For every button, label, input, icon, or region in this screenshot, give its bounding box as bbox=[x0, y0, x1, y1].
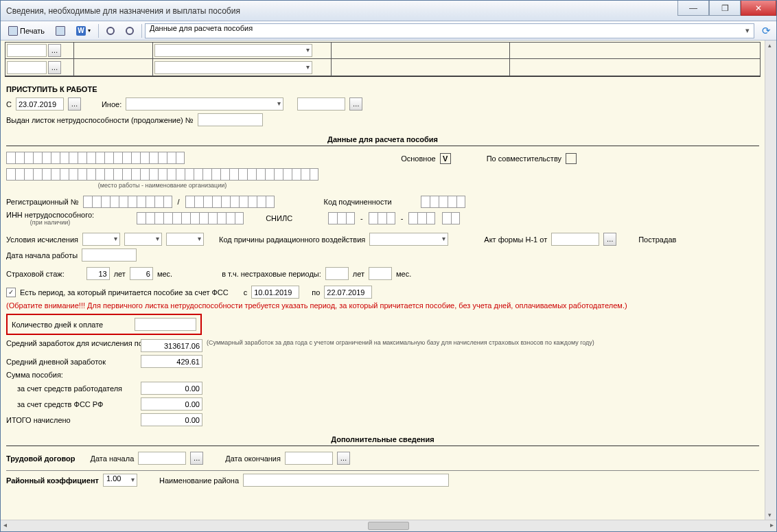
window-title: Сведения, необходимые для назначения и в… bbox=[6, 6, 677, 16]
conditions-label: Условия исчисления bbox=[6, 235, 78, 244]
condition-combo-2[interactable] bbox=[124, 233, 162, 246]
days-to-pay-label: Количество дней к оплате bbox=[12, 321, 103, 329]
daily-input[interactable] bbox=[141, 355, 202, 368]
start-date-label: Дата начала работы bbox=[6, 251, 78, 259]
affected-label: Пострадав bbox=[638, 235, 676, 244]
fss-period-label: Есть период, за который причитается посо… bbox=[20, 288, 229, 297]
fss-period-checkbox[interactable] bbox=[6, 288, 16, 297]
regno-boxes-2[interactable] bbox=[185, 196, 275, 208]
lookup-button[interactable]: … bbox=[190, 452, 203, 465]
condition-combo-3[interactable] bbox=[166, 233, 204, 246]
years-label: лет bbox=[114, 270, 126, 278]
section-selector[interactable]: Данные для расчета пособия bbox=[145, 23, 754, 38]
contract-start-label: Дата начала bbox=[91, 454, 135, 463]
export-button[interactable] bbox=[51, 23, 70, 38]
snils-boxes-4[interactable] bbox=[442, 212, 460, 224]
return-to-work-section: ПРИСТУПИТЬ К РАБОТЕ С … Иное: … Выдан ли… bbox=[5, 80, 761, 130]
main-checkbox[interactable]: V bbox=[440, 153, 451, 164]
region-name-input[interactable] bbox=[243, 474, 449, 487]
other-date-input[interactable] bbox=[297, 97, 345, 111]
regno-boxes[interactable] bbox=[83, 196, 172, 208]
lookup-button[interactable]: … bbox=[603, 233, 616, 246]
form-content: … … bbox=[1, 41, 765, 520]
inn-boxes[interactable] bbox=[137, 212, 244, 224]
vertical-scrollbar[interactable] bbox=[765, 41, 776, 520]
calc-data-section: Данные для расчета пособия Основное V По… bbox=[5, 130, 761, 430]
continuation-number-input[interactable] bbox=[198, 113, 263, 126]
from-label: С bbox=[6, 100, 12, 108]
act-label: Акт формы Н-1 от bbox=[484, 235, 547, 244]
employer-label: за счет средств работодателя bbox=[6, 384, 137, 393]
period-to-label: по bbox=[312, 288, 320, 297]
region-coef-combo[interactable]: 1.00 bbox=[103, 474, 137, 487]
days-to-pay-input[interactable] bbox=[135, 318, 196, 331]
lookup-button[interactable]: … bbox=[337, 452, 350, 465]
contract-end-input[interactable] bbox=[285, 452, 333, 465]
grid-combo-1[interactable] bbox=[154, 44, 312, 57]
region-coef-label: Районный коэффициент bbox=[6, 476, 99, 485]
additional-section: Дополнительные сведения Трудовой договор… bbox=[5, 430, 761, 491]
parttime-checkbox[interactable] bbox=[566, 153, 577, 164]
snils-boxes-2[interactable] bbox=[369, 212, 395, 224]
grid-date-1[interactable] bbox=[7, 44, 47, 57]
window-buttons: — ❐ ✕ bbox=[677, 1, 776, 21]
zoom-in-button[interactable] bbox=[102, 23, 119, 38]
period-to-input[interactable] bbox=[324, 286, 372, 299]
contract-start-input[interactable] bbox=[138, 452, 186, 465]
contract-label: Трудовой договор bbox=[6, 454, 76, 463]
snils-boxes-3[interactable] bbox=[408, 212, 435, 224]
months-input[interactable] bbox=[130, 267, 153, 280]
return-date-input[interactable] bbox=[16, 97, 64, 111]
condition-combo-1[interactable] bbox=[82, 233, 120, 246]
fss-label: за счет средств ФСС РФ bbox=[6, 400, 137, 408]
close-button[interactable]: ✕ bbox=[741, 1, 776, 16]
noninsurance-months-input[interactable] bbox=[369, 267, 392, 280]
period-from-label: с bbox=[244, 288, 248, 297]
calc-header: Данные для расчета пособия bbox=[6, 133, 759, 146]
zoom-out-icon bbox=[126, 27, 134, 35]
word-export-button[interactable]: W▾ bbox=[71, 23, 95, 38]
fss-sum-input[interactable] bbox=[141, 397, 202, 410]
grid-date-2[interactable] bbox=[7, 61, 47, 74]
days-to-pay-highlight: Количество дней к оплате bbox=[6, 314, 202, 335]
daily-label: Средний дневной заработок bbox=[6, 358, 137, 366]
avg-earnings-input[interactable] bbox=[141, 339, 202, 352]
months-label: мес. bbox=[157, 270, 172, 278]
subcode-boxes[interactable] bbox=[421, 196, 465, 208]
minimize-button[interactable]: — bbox=[677, 1, 709, 16]
other-label: Иное: bbox=[102, 100, 121, 108]
print-icon bbox=[8, 26, 18, 36]
years-label-2: лет bbox=[353, 270, 364, 278]
contract-end-label: Дата окончания bbox=[225, 454, 281, 463]
zoom-out-button[interactable] bbox=[121, 23, 139, 38]
years-input[interactable] bbox=[86, 267, 110, 280]
grid-combo-2[interactable] bbox=[154, 61, 312, 74]
start-date-input[interactable] bbox=[82, 248, 137, 262]
other-combo[interactable] bbox=[126, 97, 283, 111]
radiation-combo[interactable] bbox=[369, 233, 448, 246]
radiation-label: Код причины радиационного воздействия bbox=[219, 235, 365, 244]
noninsurance-years-input[interactable] bbox=[325, 267, 349, 280]
maximize-button[interactable]: ❐ bbox=[709, 1, 741, 16]
titlebar: Сведения, необходимые для назначения и в… bbox=[1, 1, 776, 21]
act-date-input[interactable] bbox=[551, 233, 599, 246]
word-icon: W bbox=[76, 26, 86, 36]
export-icon bbox=[56, 26, 65, 36]
period-from-input[interactable] bbox=[251, 286, 299, 299]
return-header: ПРИСТУПИТЬ К РАБОТЕ bbox=[6, 82, 759, 96]
horizontal-scrollbar[interactable] bbox=[1, 520, 776, 531]
refresh-button[interactable]: ⟳ bbox=[758, 23, 774, 38]
lookup-button[interactable]: … bbox=[68, 97, 81, 111]
employer-sum-input[interactable] bbox=[141, 382, 202, 395]
months-label-2: мес. bbox=[396, 270, 411, 278]
lookup-button[interactable]: … bbox=[48, 44, 61, 57]
workplace-boxes-row2: (место работы - наименование организации… bbox=[6, 168, 318, 189]
lookup-button[interactable]: … bbox=[48, 61, 61, 74]
zoom-in-icon bbox=[106, 27, 115, 35]
avg-earnings-note: (Суммарный заработок за два года с учето… bbox=[207, 339, 594, 346]
snils-boxes-1[interactable] bbox=[328, 212, 355, 224]
scrollbar-thumb[interactable] bbox=[368, 522, 409, 530]
total-input[interactable] bbox=[141, 413, 202, 426]
print-button[interactable]: Печать bbox=[3, 23, 49, 38]
lookup-button[interactable]: … bbox=[349, 97, 362, 111]
